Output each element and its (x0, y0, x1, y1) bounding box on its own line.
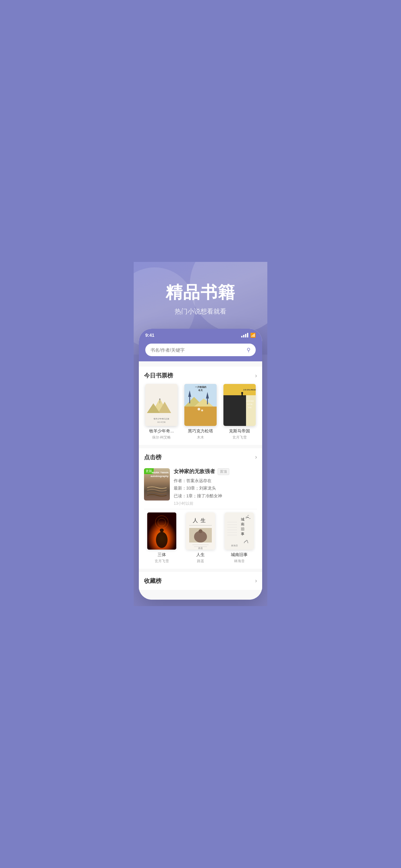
svg-point-32 (156, 532, 167, 548)
read-label: 已读： (174, 493, 186, 498)
hero-subtitle: 热门小说想看就看 (143, 307, 258, 316)
svg-point-41 (198, 529, 203, 533)
svg-point-17 (197, 408, 200, 410)
svg-text:路遥: 路遥 (198, 547, 203, 549)
svg-rect-22 (223, 394, 246, 426)
svg-text:一片牧场的: 一片牧场的 (195, 385, 206, 389)
featured-title: 女神家的无敌强者 (174, 468, 215, 475)
svg-rect-13 (189, 397, 190, 403)
favorites-section: 收藏榜 › (139, 572, 262, 590)
section-header-click: 点击榜 › (144, 454, 257, 461)
book-name-0: 牧羊少年奇... (149, 429, 174, 434)
svg-text:南: 南 (241, 522, 244, 526)
book-name-1: 黑巧克力松塔 (188, 429, 213, 434)
click-chart-section: 点击榜 › 更新 MARK TWAINautobiography (139, 448, 262, 569)
svg-point-18 (201, 409, 203, 411)
book-author-1: 木木 (197, 435, 204, 440)
book-grid-item-1[interactable]: 人生 路遥 (183, 513, 218, 563)
book-item-0[interactable]: 牧羊少年奇幻之旅 保尔·柯艾略 牧羊少年奇... 保尔·柯艾略 (144, 384, 179, 440)
book-grid-author-0: 玄月飞雪 (155, 559, 169, 563)
svg-text:冬天: 冬天 (198, 389, 203, 392)
click-chart-books-grid: 三体 玄月飞雪 人生 (144, 513, 257, 563)
svg-text:旧: 旧 (241, 527, 244, 531)
status-icons: 📶 (241, 333, 256, 338)
wifi-icon: 📶 (250, 333, 256, 338)
book-cover-2: J.D.SALINGER CATCHER IN THE RYE (223, 384, 256, 426)
phone-header: ⚲ (139, 340, 262, 361)
book-grid-cover-1: 人生 路遥 (186, 513, 215, 550)
svg-point-24 (241, 392, 243, 394)
book-grid-author-2: 林海音 (234, 559, 245, 563)
featured-latest: 最新：33章；刘家龙头 (174, 485, 257, 492)
search-input[interactable] (150, 347, 244, 352)
book-grid-name-2: 城南旧事 (231, 552, 248, 558)
notch (181, 329, 220, 337)
book-item-2[interactable]: J.D.SALINGER CATCHER IN THE RYE 克斯马帝国 玄月… (222, 384, 257, 440)
featured-book-cover: 更新 MARK TWAINautobiography (144, 468, 170, 500)
author-label: 作者： (174, 478, 186, 483)
mark-twain-label: MARK TWAINautobiography (150, 471, 168, 478)
svg-text:牧羊少年奇幻之旅: 牧羊少年奇幻之旅 (154, 417, 169, 420)
daily-chart-more[interactable]: › (255, 372, 257, 379)
section-header-daily: 今日书票榜 › (144, 372, 257, 379)
favorites-title: 收藏榜 (144, 577, 161, 585)
svg-rect-45 (225, 513, 254, 550)
signal-icon (241, 333, 248, 337)
featured-book-item[interactable]: 更新 MARK TWAINautobiography (144, 466, 257, 509)
author-value: 答案永远存在 (186, 478, 212, 483)
featured-book-info: 女神家的无敌强者 置顶 作者：答案永远存在 最新：33章；刘家龙头 已读： (174, 468, 257, 506)
app-wrapper: 精品书籍 热门小说想看就看 9:41 📶 ⚲ (134, 262, 267, 606)
svg-rect-12 (184, 407, 217, 426)
svg-text:林海音: 林海音 (231, 545, 238, 547)
read-value: 1章；撞了冷酷女神 (186, 493, 222, 498)
svg-text:保尔·柯艾略: 保尔·柯艾略 (157, 421, 166, 423)
book-grid-item-2[interactable]: 城 南 旧 事 (221, 513, 257, 563)
svg-text:人生: 人生 (193, 518, 208, 523)
search-bar[interactable]: ⚲ (145, 344, 256, 356)
phone-content: 今日书票榜 › (139, 361, 262, 600)
book-author-0: 保尔·柯艾略 (152, 435, 171, 440)
book-cover-1: 一片牧场的 冬天 (184, 384, 217, 426)
daily-chart-section: 今日书票榜 › (139, 367, 262, 445)
book-cover-0: 牧羊少年奇幻之旅 保尔·柯艾略 (145, 384, 178, 426)
hero-title: 精品书籍 (143, 281, 258, 304)
svg-text:J.D.SALINGER: J.D.SALINGER (243, 389, 256, 391)
favorites-more[interactable]: › (255, 578, 257, 584)
book-item-1[interactable]: 一片牧场的 冬天 黑巧克力松塔 木木 (183, 384, 218, 440)
click-chart-title: 点击榜 (144, 454, 161, 461)
svg-point-33 (160, 528, 164, 532)
latest-value: 33章；刘家龙头 (186, 486, 216, 491)
latest-label: 最新： (174, 486, 186, 491)
svg-rect-25 (242, 394, 243, 397)
phone-mockup: 9:41 📶 ⚲ 今日书票榜 (139, 329, 262, 600)
daily-chart-title: 今日书票榜 (144, 372, 173, 379)
book-name-2: 克斯马帝国 (229, 429, 250, 434)
featured-author: 作者：答案永远存在 (174, 477, 257, 485)
book-grid-author-1: 路遥 (197, 559, 204, 563)
featured-time: 13小时以前 (174, 501, 257, 506)
book-grid-cover-2: 城 南 旧 事 (225, 513, 254, 550)
svg-text:IN THE: IN THE (247, 403, 253, 405)
status-bar: 9:41 📶 (139, 329, 262, 340)
featured-title-row: 女神家的无敌强者 置顶 (174, 468, 257, 475)
svg-text:RYE: RYE (248, 407, 252, 408)
daily-books-row: 牧羊少年奇幻之旅 保尔·柯艾略 牧羊少年奇... 保尔·柯艾略 (144, 384, 257, 440)
featured-meta: 作者：答案永远存在 最新：33章；刘家龙头 已读：1章；撞了冷酷女神 (174, 477, 257, 500)
svg-text:事: 事 (241, 532, 244, 536)
click-chart-more[interactable]: › (255, 454, 257, 461)
featured-read: 已读：1章；撞了冷酷女神 (174, 492, 257, 500)
book-grid-name-0: 三体 (158, 552, 166, 558)
svg-text:城: 城 (241, 517, 244, 521)
search-icon[interactable]: ⚲ (247, 347, 251, 353)
svg-point-5 (159, 399, 160, 400)
book-grid-name-1: 人生 (196, 552, 205, 558)
book-grid-cover-0 (147, 513, 176, 550)
svg-rect-15 (207, 399, 208, 404)
book-author-2: 玄月飞雪 (233, 435, 247, 440)
pin-badge: 置顶 (218, 468, 229, 475)
time: 9:41 (145, 333, 154, 338)
book-grid-item-0[interactable]: 三体 玄月飞雪 (144, 513, 180, 563)
svg-text:CATCHER: CATCHER (246, 400, 254, 402)
